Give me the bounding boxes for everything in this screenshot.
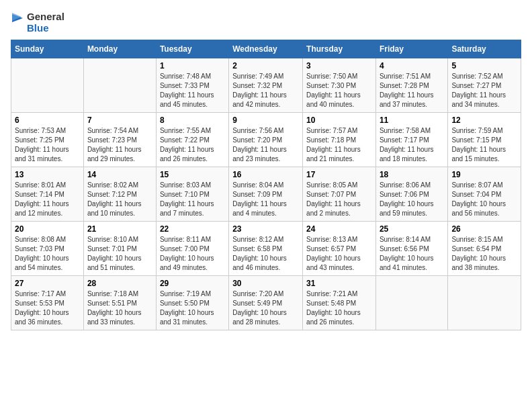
day-number: 12 [451, 116, 517, 125]
day-info: Sunrise: 8:06 AMSunset: 7:06 PMDaylight:… [380, 181, 444, 218]
calendar-cell: 22Sunrise: 8:11 AMSunset: 7:00 PMDayligh… [156, 221, 228, 275]
day-info: Sunrise: 8:12 AMSunset: 6:58 PMDaylight:… [232, 235, 299, 273]
day-number: 4 [380, 61, 444, 71]
day-info: Sunrise: 7:21 AMSunset: 5:48 PMDaylight:… [306, 289, 372, 327]
day-number: 13 [15, 170, 80, 179]
day-number: 27 [15, 279, 80, 288]
weekday-header-friday: Friday [375, 40, 447, 58]
day-info: Sunrise: 7:18 AMSunset: 5:51 PMDaylight:… [87, 289, 152, 327]
calendar-cell: 4Sunrise: 7:51 AMSunset: 7:28 PMDaylight… [375, 58, 447, 112]
calendar-cell: 24Sunrise: 8:13 AMSunset: 6:57 PMDayligh… [303, 221, 376, 275]
day-number: 6 [15, 116, 80, 125]
calendar-cell: 17Sunrise: 8:05 AMSunset: 7:07 PMDayligh… [303, 167, 376, 221]
day-info: Sunrise: 8:08 AMSunset: 7:03 PMDaylight:… [15, 235, 80, 273]
day-info: Sunrise: 7:52 AMSunset: 7:27 PMDaylight:… [451, 72, 517, 109]
calendar-cell: 27Sunrise: 7:17 AMSunset: 5:53 PMDayligh… [11, 275, 84, 330]
week-row-4: 20Sunrise: 8:08 AMSunset: 7:03 PMDayligh… [11, 221, 521, 275]
calendar-cell: 28Sunrise: 7:18 AMSunset: 5:51 PMDayligh… [83, 275, 156, 330]
day-info: Sunrise: 8:05 AMSunset: 7:07 PMDaylight:… [306, 181, 372, 218]
weekday-header-tuesday: Tuesday [156, 40, 228, 58]
calendar-cell: 1Sunrise: 7:48 AMSunset: 7:33 PMDaylight… [156, 58, 228, 112]
logo-blue-text: Blue [27, 22, 64, 34]
calendar-cell: 14Sunrise: 8:02 AMSunset: 7:12 PMDayligh… [83, 167, 156, 221]
day-info: Sunrise: 8:13 AMSunset: 6:57 PMDaylight:… [306, 235, 372, 273]
calendar-cell: 5Sunrise: 7:52 AMSunset: 7:27 PMDaylight… [448, 58, 521, 112]
day-number: 17 [306, 170, 372, 179]
calendar-cell: 26Sunrise: 8:15 AMSunset: 6:54 PMDayligh… [448, 221, 521, 275]
day-number: 15 [160, 170, 225, 179]
day-number: 9 [232, 116, 299, 125]
weekday-header-monday: Monday [83, 40, 156, 58]
calendar-cell: 7Sunrise: 7:54 AMSunset: 7:23 PMDaylight… [83, 112, 156, 167]
calendar-cell: 31Sunrise: 7:21 AMSunset: 5:48 PMDayligh… [303, 275, 376, 330]
day-info: Sunrise: 8:11 AMSunset: 7:00 PMDaylight:… [160, 235, 225, 273]
calendar-cell [448, 275, 521, 330]
calendar-cell: 6Sunrise: 7:53 AMSunset: 7:25 PMDaylight… [11, 112, 84, 167]
week-row-5: 27Sunrise: 7:17 AMSunset: 5:53 PMDayligh… [11, 275, 521, 330]
calendar-cell: 20Sunrise: 8:08 AMSunset: 7:03 PMDayligh… [11, 221, 84, 275]
day-number: 2 [232, 61, 299, 71]
logo-general-text: General [27, 11, 64, 22]
day-number: 26 [451, 224, 517, 234]
calendar-cell: 11Sunrise: 7:58 AMSunset: 7:17 PMDayligh… [375, 112, 447, 167]
calendar-cell: 13Sunrise: 8:01 AMSunset: 7:14 PMDayligh… [11, 167, 84, 221]
day-number: 10 [306, 116, 372, 125]
weekday-header-saturday: Saturday [448, 40, 521, 58]
day-number: 23 [232, 224, 299, 234]
week-row-2: 6Sunrise: 7:53 AMSunset: 7:25 PMDaylight… [11, 112, 521, 167]
week-row-3: 13Sunrise: 8:01 AMSunset: 7:14 PMDayligh… [11, 167, 521, 221]
calendar-cell [83, 58, 156, 112]
calendar-cell: 10Sunrise: 7:57 AMSunset: 7:18 PMDayligh… [303, 112, 376, 167]
day-info: Sunrise: 7:17 AMSunset: 5:53 PMDaylight:… [15, 289, 80, 327]
day-number: 14 [87, 170, 152, 179]
calendar-cell: 2Sunrise: 7:49 AMSunset: 7:32 PMDaylight… [229, 58, 303, 112]
weekday-header-wednesday: Wednesday [229, 40, 303, 58]
day-number: 25 [380, 224, 444, 234]
day-number: 1 [160, 61, 225, 71]
day-number: 16 [232, 170, 299, 179]
day-number: 24 [306, 224, 372, 234]
calendar-cell [375, 275, 447, 330]
day-info: Sunrise: 8:04 AMSunset: 7:09 PMDaylight:… [232, 181, 299, 218]
day-info: Sunrise: 7:55 AMSunset: 7:22 PMDaylight:… [160, 126, 225, 164]
day-info: Sunrise: 8:14 AMSunset: 6:56 PMDaylight:… [380, 235, 444, 273]
day-number: 18 [380, 170, 444, 179]
calendar-cell [11, 58, 84, 112]
day-info: Sunrise: 8:03 AMSunset: 7:10 PMDaylight:… [160, 181, 225, 218]
day-info: Sunrise: 8:10 AMSunset: 7:01 PMDaylight:… [87, 235, 152, 273]
calendar-cell: 8Sunrise: 7:55 AMSunset: 7:22 PMDaylight… [156, 112, 228, 167]
day-info: Sunrise: 7:56 AMSunset: 7:20 PMDaylight:… [232, 126, 299, 164]
calendar-header: SundayMondayTuesdayWednesdayThursdayFrid… [11, 40, 521, 58]
day-number: 3 [306, 61, 372, 71]
day-info: Sunrise: 7:48 AMSunset: 7:33 PMDaylight:… [160, 72, 225, 109]
weekday-header-sunday: Sunday [11, 40, 84, 58]
day-number: 22 [160, 224, 225, 234]
day-info: Sunrise: 8:15 AMSunset: 6:54 PMDaylight:… [451, 235, 517, 273]
page-header: General Blue [11, 11, 521, 34]
calendar-cell: 29Sunrise: 7:19 AMSunset: 5:50 PMDayligh… [156, 275, 228, 330]
calendar-cell: 3Sunrise: 7:50 AMSunset: 7:30 PMDaylight… [303, 58, 376, 112]
day-number: 7 [87, 116, 152, 125]
day-number: 29 [160, 279, 225, 288]
day-info: Sunrise: 7:50 AMSunset: 7:30 PMDaylight:… [306, 72, 372, 109]
day-number: 8 [160, 116, 225, 125]
calendar-cell: 15Sunrise: 8:03 AMSunset: 7:10 PMDayligh… [156, 167, 228, 221]
calendar-table: SundayMondayTuesdayWednesdayThursdayFrid… [11, 40, 521, 330]
day-number: 31 [306, 279, 372, 288]
calendar-cell: 19Sunrise: 8:07 AMSunset: 7:04 PMDayligh… [448, 167, 521, 221]
logo-flag-icon [11, 13, 24, 32]
day-number: 28 [87, 279, 152, 288]
day-info: Sunrise: 7:58 AMSunset: 7:17 PMDaylight:… [380, 126, 444, 164]
day-info: Sunrise: 7:49 AMSunset: 7:32 PMDaylight:… [232, 72, 299, 109]
logo: General Blue [11, 11, 64, 34]
day-number: 19 [451, 170, 517, 179]
day-info: Sunrise: 7:20 AMSunset: 5:49 PMDaylight:… [232, 289, 299, 327]
calendar-cell: 18Sunrise: 8:06 AMSunset: 7:06 PMDayligh… [375, 167, 447, 221]
day-info: Sunrise: 7:59 AMSunset: 7:15 PMDaylight:… [451, 126, 517, 164]
day-number: 11 [380, 116, 444, 125]
day-info: Sunrise: 7:53 AMSunset: 7:25 PMDaylight:… [15, 126, 80, 164]
week-row-1: 1Sunrise: 7:48 AMSunset: 7:33 PMDaylight… [11, 58, 521, 112]
day-number: 21 [87, 224, 152, 234]
day-number: 20 [15, 224, 80, 234]
calendar-body: 1Sunrise: 7:48 AMSunset: 7:33 PMDaylight… [11, 58, 521, 330]
